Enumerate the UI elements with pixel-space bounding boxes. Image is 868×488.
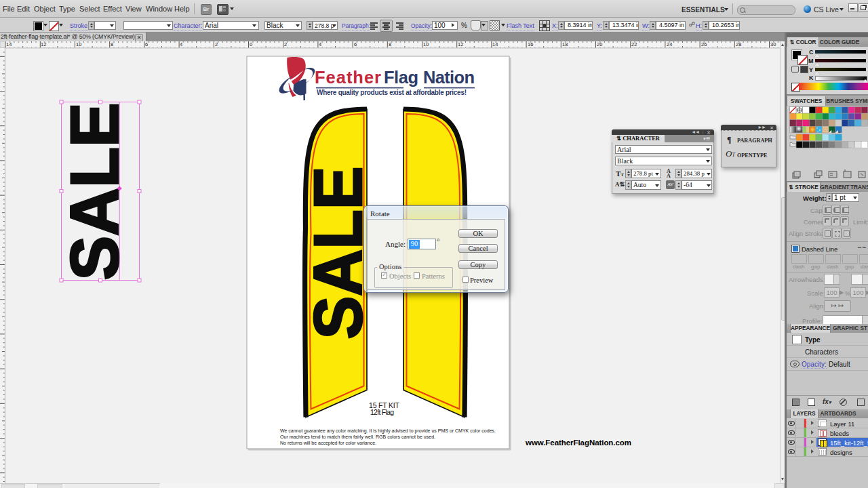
svg-text:12ft Flag: 12ft Flag	[370, 408, 394, 416]
svg-text:26: 26	[701, 41, 707, 47]
svg-text:8: 8	[389, 41, 391, 47]
svg-text:We cannot guarantee any color: We cannot guarantee any color matching. …	[280, 428, 496, 434]
svg-text:24: 24	[667, 41, 672, 47]
svg-text:20: 20	[597, 41, 602, 47]
svg-text:Feather: Feather	[315, 68, 381, 87]
svg-text:2: 2	[284, 41, 287, 47]
svg-text:10: 10	[423, 41, 429, 47]
svg-text:6: 6	[354, 41, 357, 47]
svg-text:30: 30	[770, 41, 776, 47]
svg-text:No returns will be accepted fo: No returns will be accepted for color va…	[280, 441, 376, 446]
svg-text:Flag: Flag	[384, 68, 418, 87]
svg-text:8: 8	[111, 41, 113, 47]
svg-text:16: 16	[528, 41, 533, 47]
svg-text:SALE: SALE	[56, 103, 132, 281]
svg-text:14: 14	[6, 41, 12, 47]
svg-text:28: 28	[736, 41, 741, 47]
svg-text:10: 10	[76, 41, 81, 47]
svg-text:12: 12	[458, 41, 463, 47]
svg-text:22: 22	[631, 41, 637, 47]
svg-text:6: 6	[145, 41, 148, 47]
svg-text:4: 4	[180, 41, 182, 47]
svg-text:2: 2	[215, 41, 218, 47]
svg-text:www.FeatherFlagNation.com: www.FeatherFlagNation.com	[525, 439, 631, 447]
svg-text:Where quality products exist a: Where quality products exist at affordab…	[317, 89, 467, 96]
svg-text:Nation: Nation	[423, 68, 475, 87]
svg-text:14: 14	[492, 41, 498, 47]
svg-text:Our machines tend to match the: Our machines tend to match them fairly w…	[280, 434, 435, 440]
svg-text:0: 0	[250, 41, 252, 47]
svg-text:18: 18	[562, 41, 568, 47]
svg-text:12: 12	[41, 41, 46, 47]
svg-text:4: 4	[319, 41, 321, 47]
